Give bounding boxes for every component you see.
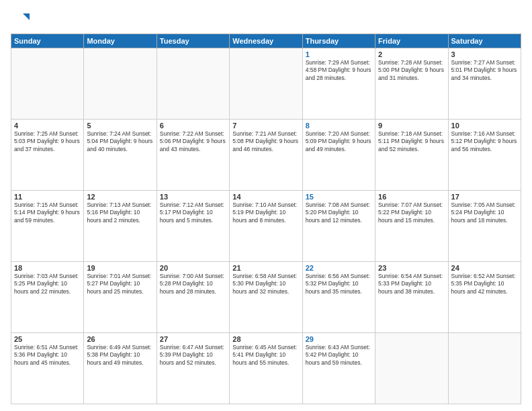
day-info: Sunrise: 6:45 AM Sunset: 5:41 PM Dayligh… — [232, 344, 299, 367]
calendar-cell: 18Sunrise: 7:03 AM Sunset: 5:25 PM Dayli… — [11, 262, 84, 333]
page: SundayMondayTuesdayWednesdayThursdayFrid… — [0, 0, 532, 411]
day-number: 2 — [378, 50, 445, 58]
calendar-cell — [375, 333, 448, 404]
day-info: Sunrise: 7:21 AM Sunset: 5:08 PM Dayligh… — [232, 130, 299, 153]
weekday-header-row: SundayMondayTuesdayWednesdayThursdayFrid… — [11, 34, 521, 48]
calendar-cell: 23Sunrise: 6:54 AM Sunset: 5:33 PM Dayli… — [375, 262, 448, 333]
calendar-cell: 9Sunrise: 7:18 AM Sunset: 5:11 PM Daylig… — [375, 120, 448, 191]
calendar-cell: 17Sunrise: 7:05 AM Sunset: 5:24 PM Dayli… — [448, 191, 521, 262]
day-info: Sunrise: 6:43 AM Sunset: 5:42 PM Dayligh… — [306, 344, 372, 367]
day-info: Sunrise: 7:03 AM Sunset: 5:25 PM Dayligh… — [14, 273, 81, 295]
day-number: 3 — [451, 50, 518, 58]
calendar-cell: 12Sunrise: 7:13 AM Sunset: 5:16 PM Dayli… — [84, 191, 157, 262]
week-row-4: 25Sunrise: 6:51 AM Sunset: 5:36 PM Dayli… — [11, 333, 521, 404]
day-info: Sunrise: 6:58 AM Sunset: 5:30 PM Dayligh… — [232, 273, 299, 295]
day-number: 24 — [451, 264, 518, 272]
weekday-header-sunday: Sunday — [11, 34, 84, 48]
day-number: 10 — [451, 122, 518, 130]
weekday-header-saturday: Saturday — [448, 34, 521, 48]
day-number: 4 — [14, 122, 81, 130]
day-number: 13 — [160, 193, 226, 201]
calendar-cell: 10Sunrise: 7:16 AM Sunset: 5:12 PM Dayli… — [448, 120, 521, 191]
day-number: 7 — [232, 122, 299, 130]
day-number: 26 — [87, 335, 153, 343]
day-info: Sunrise: 7:00 AM Sunset: 5:28 PM Dayligh… — [160, 273, 226, 295]
calendar-cell: 19Sunrise: 7:01 AM Sunset: 5:27 PM Dayli… — [84, 262, 157, 333]
day-number: 20 — [160, 264, 226, 272]
day-number: 19 — [87, 264, 153, 272]
day-number: 15 — [306, 193, 372, 201]
day-number: 8 — [306, 122, 372, 130]
calendar-cell: 1Sunrise: 7:29 AM Sunset: 4:58 PM Daylig… — [302, 48, 375, 120]
week-row-3: 18Sunrise: 7:03 AM Sunset: 5:25 PM Dayli… — [11, 262, 521, 333]
weekday-header-thursday: Thursday — [302, 34, 375, 48]
day-info: Sunrise: 7:16 AM Sunset: 5:12 PM Dayligh… — [451, 130, 518, 153]
day-number: 28 — [232, 335, 299, 343]
calendar-cell: 5Sunrise: 7:24 AM Sunset: 5:04 PM Daylig… — [84, 120, 157, 191]
calendar-cell: 16Sunrise: 7:07 AM Sunset: 5:22 PM Dayli… — [375, 191, 448, 262]
day-info: Sunrise: 7:05 AM Sunset: 5:24 PM Dayligh… — [451, 201, 518, 224]
day-info: Sunrise: 6:51 AM Sunset: 5:36 PM Dayligh… — [14, 344, 81, 367]
calendar-cell: 14Sunrise: 7:10 AM Sunset: 5:19 PM Dayli… — [230, 191, 302, 262]
day-info: Sunrise: 7:25 AM Sunset: 5:03 PM Dayligh… — [14, 130, 81, 153]
calendar-cell: 21Sunrise: 6:58 AM Sunset: 5:30 PM Dayli… — [230, 262, 302, 333]
day-number: 9 — [378, 122, 445, 130]
week-row-2: 11Sunrise: 7:15 AM Sunset: 5:14 PM Dayli… — [11, 191, 521, 262]
day-number: 16 — [378, 193, 445, 201]
day-number: 25 — [14, 335, 81, 343]
day-number: 22 — [306, 264, 372, 272]
day-number: 5 — [87, 122, 153, 130]
calendar-cell — [230, 48, 302, 120]
calendar-cell — [11, 48, 84, 120]
day-number: 6 — [160, 122, 226, 130]
calendar-cell: 6Sunrise: 7:22 AM Sunset: 5:06 PM Daylig… — [157, 120, 229, 191]
day-info: Sunrise: 6:54 AM Sunset: 5:33 PM Dayligh… — [378, 273, 445, 295]
day-info: Sunrise: 7:12 AM Sunset: 5:17 PM Dayligh… — [160, 201, 226, 224]
day-info: Sunrise: 7:07 AM Sunset: 5:22 PM Dayligh… — [378, 201, 445, 224]
day-info: Sunrise: 7:22 AM Sunset: 5:06 PM Dayligh… — [160, 130, 226, 153]
day-info: Sunrise: 7:08 AM Sunset: 5:20 PM Dayligh… — [306, 201, 372, 224]
day-number: 27 — [160, 335, 226, 343]
week-row-1: 4Sunrise: 7:25 AM Sunset: 5:03 PM Daylig… — [11, 120, 521, 191]
calendar-cell: 29Sunrise: 6:43 AM Sunset: 5:42 PM Dayli… — [302, 333, 375, 404]
header — [11, 8, 521, 30]
day-info: Sunrise: 7:29 AM Sunset: 4:58 PM Dayligh… — [306, 59, 372, 82]
calendar-cell — [448, 333, 521, 404]
calendar-cell: 2Sunrise: 7:28 AM Sunset: 5:00 PM Daylig… — [375, 48, 448, 120]
weekday-header-tuesday: Tuesday — [157, 34, 229, 48]
calendar-cell: 28Sunrise: 6:45 AM Sunset: 5:41 PM Dayli… — [230, 333, 302, 404]
weekday-header-monday: Monday — [84, 34, 157, 48]
calendar-cell: 8Sunrise: 7:20 AM Sunset: 5:09 PM Daylig… — [302, 120, 375, 191]
day-info: Sunrise: 7:27 AM Sunset: 5:01 PM Dayligh… — [451, 59, 518, 82]
day-info: Sunrise: 7:13 AM Sunset: 5:16 PM Dayligh… — [87, 201, 153, 224]
weekday-header-wednesday: Wednesday — [230, 34, 302, 48]
day-number: 29 — [306, 335, 372, 343]
calendar-cell: 15Sunrise: 7:08 AM Sunset: 5:20 PM Dayli… — [302, 191, 375, 262]
calendar-cell: 13Sunrise: 7:12 AM Sunset: 5:17 PM Dayli… — [157, 191, 229, 262]
calendar-cell: 11Sunrise: 7:15 AM Sunset: 5:14 PM Dayli… — [11, 191, 84, 262]
calendar-cell: 20Sunrise: 7:00 AM Sunset: 5:28 PM Dayli… — [157, 262, 229, 333]
calendar-cell: 26Sunrise: 6:49 AM Sunset: 5:38 PM Dayli… — [84, 333, 157, 404]
day-info: Sunrise: 6:47 AM Sunset: 5:39 PM Dayligh… — [160, 344, 226, 367]
calendar-table: SundayMondayTuesdayWednesdayThursdayFrid… — [11, 34, 521, 404]
logo-icon — [11, 11, 30, 30]
day-number: 17 — [451, 193, 518, 201]
day-number: 23 — [378, 264, 445, 272]
day-info: Sunrise: 7:20 AM Sunset: 5:09 PM Dayligh… — [306, 130, 372, 153]
calendar-cell: 7Sunrise: 7:21 AM Sunset: 5:08 PM Daylig… — [230, 120, 302, 191]
svg-marker-0 — [23, 13, 30, 20]
day-number: 12 — [87, 193, 153, 201]
calendar-cell: 4Sunrise: 7:25 AM Sunset: 5:03 PM Daylig… — [11, 120, 84, 191]
day-info: Sunrise: 6:52 AM Sunset: 5:35 PM Dayligh… — [451, 273, 518, 295]
day-info: Sunrise: 7:28 AM Sunset: 5:00 PM Dayligh… — [378, 59, 445, 82]
day-info: Sunrise: 7:18 AM Sunset: 5:11 PM Dayligh… — [378, 130, 445, 153]
day-info: Sunrise: 7:01 AM Sunset: 5:27 PM Dayligh… — [87, 273, 153, 295]
day-number: 11 — [14, 193, 81, 201]
calendar-cell — [84, 48, 157, 120]
day-info: Sunrise: 7:24 AM Sunset: 5:04 PM Dayligh… — [87, 130, 153, 153]
weekday-header-friday: Friday — [375, 34, 448, 48]
week-row-0: 1Sunrise: 7:29 AM Sunset: 4:58 PM Daylig… — [11, 48, 521, 120]
day-number: 14 — [232, 193, 299, 201]
day-info: Sunrise: 7:15 AM Sunset: 5:14 PM Dayligh… — [14, 201, 81, 224]
day-info: Sunrise: 6:56 AM Sunset: 5:32 PM Dayligh… — [306, 273, 372, 295]
